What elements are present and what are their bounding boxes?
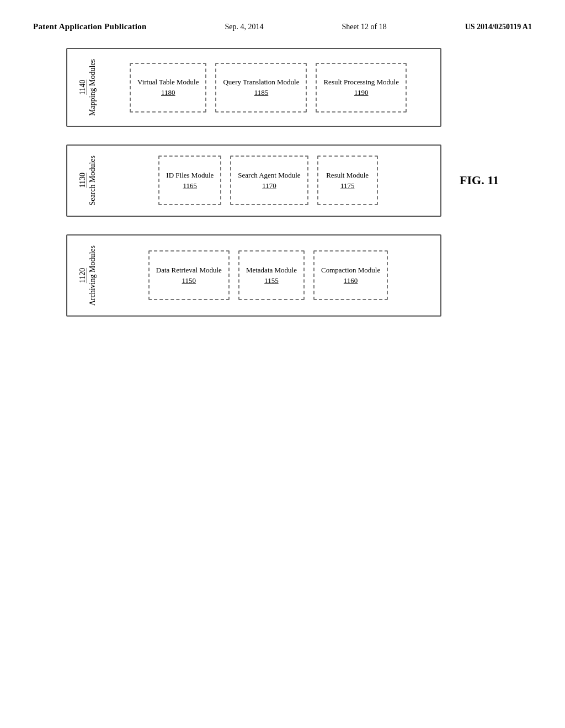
fig-text: FIG. 11 bbox=[460, 173, 499, 188]
module-compaction: Compaction Module 1160 bbox=[313, 250, 388, 300]
module-result: Result Module 1175 bbox=[317, 156, 378, 205]
mapping-num: 1140 bbox=[78, 80, 87, 95]
archiving-num: 1120 bbox=[78, 268, 87, 283]
data-retrieval-name: Data Retrieval Module bbox=[156, 266, 222, 275]
diagram-row-mapping: 1140 Mapping Modules Virtual Table Modul… bbox=[33, 48, 532, 127]
mapping-modules-row: Virtual Table Module 1180 Query Translat… bbox=[107, 63, 429, 113]
search-agent-name: Search Agent Module bbox=[238, 171, 300, 180]
data-retrieval-num: 1150 bbox=[182, 276, 196, 285]
diagram-mapping: 1140 Mapping Modules Virtual Table Modul… bbox=[66, 48, 441, 127]
mapping-text: Mapping Modules bbox=[88, 59, 97, 116]
search-text: Search Modules bbox=[88, 156, 97, 206]
fig-label: FIG. 11 bbox=[460, 173, 499, 188]
id-files-name: ID Files Module bbox=[166, 171, 214, 180]
header-patent: US 2014/0250119 A1 bbox=[465, 23, 532, 31]
result-processing-name: Result Processing Module bbox=[323, 78, 399, 87]
id-files-num: 1165 bbox=[183, 181, 198, 190]
archiving-text: Archiving Modules bbox=[88, 245, 97, 306]
search-agent-num: 1170 bbox=[262, 181, 276, 190]
result-name: Result Module bbox=[326, 171, 369, 180]
header-date: Sep. 4, 2014 bbox=[225, 23, 264, 31]
module-id-files: ID Files Module 1165 bbox=[158, 156, 221, 205]
module-result-processing: Result Processing Module 1190 bbox=[316, 63, 407, 113]
module-metadata: Metadata Module 1155 bbox=[238, 250, 305, 300]
outer-label-archiving: 1120 Archiving Modules bbox=[78, 245, 97, 306]
diagram-search: 1130 Search Modules ID Files Module 1165… bbox=[66, 144, 441, 217]
result-processing-num: 1190 bbox=[354, 88, 369, 97]
compaction-name: Compaction Module bbox=[321, 266, 380, 275]
diagram-archiving: 1120 Archiving Modules Data Retrieval Mo… bbox=[66, 234, 441, 317]
page-header: Patent Application Publication Sep. 4, 2… bbox=[33, 22, 532, 31]
result-num: 1175 bbox=[340, 181, 355, 190]
archiving-modules-row: Data Retrieval Module 1150 Metadata Modu… bbox=[107, 250, 429, 300]
metadata-num: 1155 bbox=[264, 276, 279, 285]
header-sheet: Sheet 12 of 18 bbox=[342, 23, 386, 31]
module-query-translation: Query Translation Module 1185 bbox=[215, 63, 307, 113]
compaction-num: 1160 bbox=[344, 276, 358, 285]
module-search-agent: Search Agent Module 1170 bbox=[230, 156, 308, 205]
diagram-row-search: 1130 Search Modules ID Files Module 1165… bbox=[33, 144, 532, 217]
search-modules-row: ID Files Module 1165 Search Agent Module… bbox=[107, 156, 429, 205]
metadata-name: Metadata Module bbox=[246, 266, 297, 275]
search-num: 1130 bbox=[78, 173, 87, 188]
outer-label-search: 1130 Search Modules bbox=[78, 156, 97, 206]
outer-label-mapping: 1140 Mapping Modules bbox=[78, 59, 97, 116]
module-data-retrieval: Data Retrieval Module 1150 bbox=[148, 250, 230, 300]
virtual-table-num: 1180 bbox=[161, 88, 175, 97]
query-translation-num: 1185 bbox=[254, 88, 269, 97]
query-translation-name: Query Translation Module bbox=[223, 78, 299, 87]
diagram-row-archiving: 1120 Archiving Modules Data Retrieval Mo… bbox=[33, 234, 532, 317]
virtual-table-name: Virtual Table Module bbox=[137, 78, 199, 87]
module-virtual-table: Virtual Table Module 1180 bbox=[130, 63, 206, 113]
diagrams-container: 1140 Mapping Modules Virtual Table Modul… bbox=[33, 48, 532, 317]
header-publication: Patent Application Publication bbox=[33, 22, 147, 31]
